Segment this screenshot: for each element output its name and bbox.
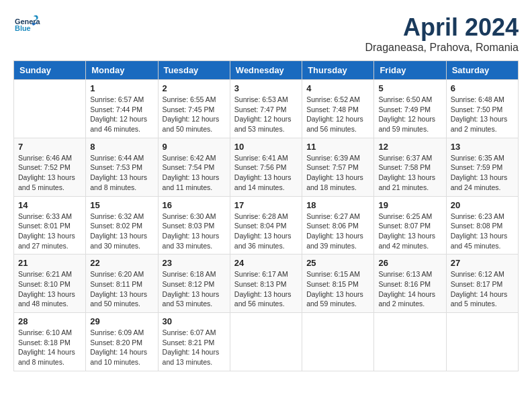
calendar-header-row: SundayMondayTuesdayWednesdayThursdayFrid… xyxy=(14,61,519,80)
day-number: 20 xyxy=(451,200,514,210)
title-section: April 2024 Draganeasa, Prahova, Romania xyxy=(365,13,519,54)
weekday-header: Tuesday xyxy=(158,61,230,80)
day-info: Sunrise: 6:13 AMSunset: 8:16 PMDaylight:… xyxy=(378,269,441,309)
day-number: 9 xyxy=(163,142,226,152)
calendar-day-cell: 28Sunrise: 6:10 AMSunset: 8:18 PMDayligh… xyxy=(14,313,86,371)
day-number: 6 xyxy=(451,83,514,93)
weekday-header: Saturday xyxy=(446,61,518,80)
day-number: 17 xyxy=(234,200,298,210)
calendar-day-cell: 30Sunrise: 6:07 AMSunset: 8:21 PMDayligh… xyxy=(158,313,230,371)
calendar-day-cell: 8Sunrise: 6:44 AMSunset: 7:53 PMDaylight… xyxy=(86,138,158,196)
calendar-day-cell: 2Sunrise: 6:55 AMSunset: 7:45 PMDaylight… xyxy=(158,80,230,138)
day-info: Sunrise: 6:21 AMSunset: 8:10 PMDaylight:… xyxy=(18,269,81,309)
calendar-week-row: 14Sunrise: 6:33 AMSunset: 8:01 PMDayligh… xyxy=(14,196,519,255)
day-number: 22 xyxy=(90,258,153,268)
weekday-header: Wednesday xyxy=(230,61,302,80)
day-number: 2 xyxy=(163,83,226,93)
day-info: Sunrise: 6:46 AMSunset: 7:52 PMDaylight:… xyxy=(18,153,81,193)
calendar-day-cell: 23Sunrise: 6:18 AMSunset: 8:12 PMDayligh… xyxy=(158,255,230,313)
day-info: Sunrise: 6:07 AMSunset: 8:21 PMDaylight:… xyxy=(163,328,226,367)
day-number: 28 xyxy=(18,316,81,326)
day-number: 8 xyxy=(90,142,153,152)
day-info: Sunrise: 6:57 AMSunset: 7:44 PMDaylight:… xyxy=(90,95,153,134)
calendar-day-cell: 7Sunrise: 6:46 AMSunset: 7:52 PMDaylight… xyxy=(14,138,86,196)
day-info: Sunrise: 6:12 AMSunset: 8:17 PMDaylight:… xyxy=(451,269,514,309)
day-info: Sunrise: 6:35 AMSunset: 7:59 PMDaylight:… xyxy=(451,153,514,193)
day-number: 15 xyxy=(90,200,153,210)
calendar-day-cell: 20Sunrise: 6:23 AMSunset: 8:08 PMDayligh… xyxy=(446,196,518,255)
day-info: Sunrise: 6:48 AMSunset: 7:50 PMDaylight:… xyxy=(451,95,514,134)
logo: General Blue xyxy=(13,13,40,37)
day-info: Sunrise: 6:33 AMSunset: 8:01 PMDaylight:… xyxy=(18,212,81,251)
calendar-day-cell: 14Sunrise: 6:33 AMSunset: 8:01 PMDayligh… xyxy=(14,196,86,255)
weekday-header: Monday xyxy=(86,61,158,80)
calendar-week-row: 21Sunrise: 6:21 AMSunset: 8:10 PMDayligh… xyxy=(14,255,519,313)
calendar-day-cell: 6Sunrise: 6:48 AMSunset: 7:50 PMDaylight… xyxy=(446,80,518,138)
calendar-day-cell: 22Sunrise: 6:20 AMSunset: 8:11 PMDayligh… xyxy=(86,255,158,313)
calendar-table: SundayMondayTuesdayWednesdayThursdayFrid… xyxy=(13,60,519,371)
day-number: 23 xyxy=(163,258,226,268)
calendar-day-cell: 21Sunrise: 6:21 AMSunset: 8:10 PMDayligh… xyxy=(14,255,86,313)
calendar-day-cell: 13Sunrise: 6:35 AMSunset: 7:59 PMDayligh… xyxy=(446,138,518,196)
day-info: Sunrise: 6:41 AMSunset: 7:56 PMDaylight:… xyxy=(234,153,298,193)
day-number: 29 xyxy=(90,316,153,326)
day-info: Sunrise: 6:17 AMSunset: 8:13 PMDaylight:… xyxy=(234,269,298,309)
calendar-day-cell: 17Sunrise: 6:28 AMSunset: 8:04 PMDayligh… xyxy=(230,196,302,255)
calendar-day-cell: 10Sunrise: 6:41 AMSunset: 7:56 PMDayligh… xyxy=(230,138,302,196)
location-text: Draganeasa, Prahova, Romania xyxy=(365,42,519,54)
day-number: 24 xyxy=(234,258,298,268)
calendar-day-cell: 5Sunrise: 6:50 AMSunset: 7:49 PMDaylight… xyxy=(374,80,446,138)
day-number: 14 xyxy=(18,200,81,210)
calendar-week-row: 1Sunrise: 6:57 AMSunset: 7:44 PMDaylight… xyxy=(14,80,519,138)
day-info: Sunrise: 6:30 AMSunset: 8:03 PMDaylight:… xyxy=(163,212,226,251)
calendar-day-cell xyxy=(446,313,518,371)
calendar-day-cell: 16Sunrise: 6:30 AMSunset: 8:03 PMDayligh… xyxy=(158,196,230,255)
weekday-header: Thursday xyxy=(302,61,374,80)
day-info: Sunrise: 6:09 AMSunset: 8:20 PMDaylight:… xyxy=(90,328,153,367)
day-number: 27 xyxy=(451,258,514,268)
calendar-day-cell: 29Sunrise: 6:09 AMSunset: 8:20 PMDayligh… xyxy=(86,313,158,371)
calendar-day-cell: 3Sunrise: 6:53 AMSunset: 7:47 PMDaylight… xyxy=(230,80,302,138)
calendar-week-row: 7Sunrise: 6:46 AMSunset: 7:52 PMDaylight… xyxy=(14,138,519,196)
calendar-day-cell: 19Sunrise: 6:25 AMSunset: 8:07 PMDayligh… xyxy=(374,196,446,255)
weekday-header: Sunday xyxy=(14,61,86,80)
day-info: Sunrise: 6:37 AMSunset: 7:58 PMDaylight:… xyxy=(378,153,441,193)
day-info: Sunrise: 6:32 AMSunset: 8:02 PMDaylight:… xyxy=(90,212,153,251)
day-number: 4 xyxy=(306,83,369,93)
day-info: Sunrise: 6:52 AMSunset: 7:48 PMDaylight:… xyxy=(306,95,369,134)
calendar-day-cell: 27Sunrise: 6:12 AMSunset: 8:17 PMDayligh… xyxy=(446,255,518,313)
calendar-day-cell: 18Sunrise: 6:27 AMSunset: 8:06 PMDayligh… xyxy=(302,196,374,255)
day-info: Sunrise: 6:42 AMSunset: 7:54 PMDaylight:… xyxy=(163,153,226,193)
calendar-day-cell: 9Sunrise: 6:42 AMSunset: 7:54 PMDaylight… xyxy=(158,138,230,196)
day-info: Sunrise: 6:28 AMSunset: 8:04 PMDaylight:… xyxy=(234,212,298,251)
day-number: 13 xyxy=(451,142,514,152)
page-header: General Blue April 2024 Draganeasa, Prah… xyxy=(13,13,519,54)
weekday-header: Friday xyxy=(374,61,446,80)
month-title: April 2024 xyxy=(365,13,519,42)
day-info: Sunrise: 6:50 AMSunset: 7:49 PMDaylight:… xyxy=(378,95,441,134)
calendar-day-cell: 1Sunrise: 6:57 AMSunset: 7:44 PMDaylight… xyxy=(86,80,158,138)
day-info: Sunrise: 6:55 AMSunset: 7:45 PMDaylight:… xyxy=(163,95,226,134)
day-info: Sunrise: 6:15 AMSunset: 8:15 PMDaylight:… xyxy=(306,269,369,309)
day-info: Sunrise: 6:18 AMSunset: 8:12 PMDaylight:… xyxy=(163,269,226,309)
day-info: Sunrise: 6:25 AMSunset: 8:07 PMDaylight:… xyxy=(378,212,441,251)
day-info: Sunrise: 6:20 AMSunset: 8:11 PMDaylight:… xyxy=(90,269,153,309)
day-number: 18 xyxy=(306,200,369,210)
calendar-day-cell: 25Sunrise: 6:15 AMSunset: 8:15 PMDayligh… xyxy=(302,255,374,313)
day-info: Sunrise: 6:39 AMSunset: 7:57 PMDaylight:… xyxy=(306,153,369,193)
day-info: Sunrise: 6:44 AMSunset: 7:53 PMDaylight:… xyxy=(90,153,153,193)
day-number: 12 xyxy=(378,142,441,152)
day-info: Sunrise: 6:53 AMSunset: 7:47 PMDaylight:… xyxy=(234,95,298,134)
day-number: 5 xyxy=(378,83,441,93)
day-info: Sunrise: 6:23 AMSunset: 8:08 PMDaylight:… xyxy=(451,212,514,251)
calendar-day-cell: 15Sunrise: 6:32 AMSunset: 8:02 PMDayligh… xyxy=(86,196,158,255)
calendar-day-cell xyxy=(302,313,374,371)
day-number: 21 xyxy=(18,258,81,268)
day-info: Sunrise: 6:27 AMSunset: 8:06 PMDaylight:… xyxy=(306,212,369,251)
day-number: 1 xyxy=(90,83,153,93)
calendar-day-cell xyxy=(230,313,302,371)
day-number: 19 xyxy=(378,200,441,210)
day-number: 11 xyxy=(306,142,369,152)
day-number: 30 xyxy=(163,316,226,326)
calendar-day-cell: 26Sunrise: 6:13 AMSunset: 8:16 PMDayligh… xyxy=(374,255,446,313)
